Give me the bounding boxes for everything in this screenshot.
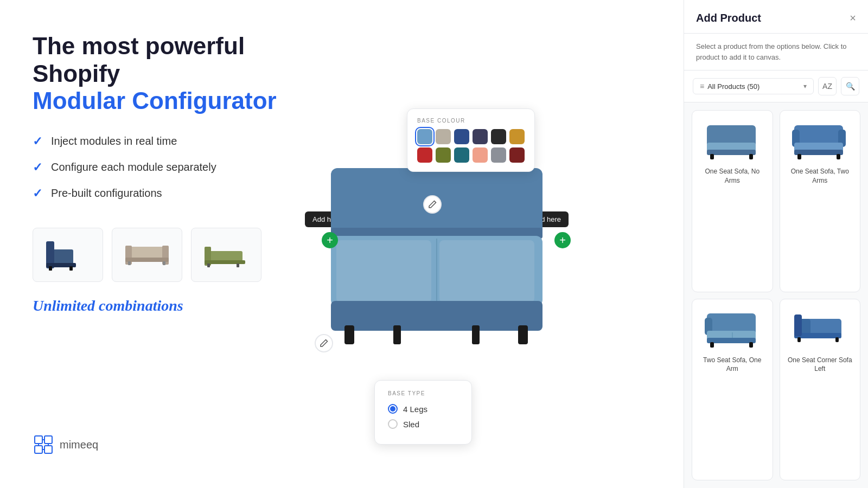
colour-swatch-2[interactable] (436, 129, 451, 144)
svg-rect-34 (518, 325, 528, 344)
colour-popup: BASE COLOUR (407, 108, 535, 172)
products-grid: One Seat Sofa, No Arms One Seat Sofa, Tw… (684, 102, 868, 488)
check-icon-3: ✓ (33, 187, 42, 201)
thumbnail-2[interactable] (112, 228, 182, 282)
base-type-sled-label: Sled (403, 420, 419, 429)
product-name-3: Two Seat Sofa, One Arm (698, 356, 767, 374)
product-sofa-4-img (790, 308, 850, 349)
unlimited-combinations-text: Unlimited combinations (33, 297, 293, 314)
logo: mimeeq (33, 434, 98, 455)
check-icon-1: ✓ (33, 134, 42, 149)
svg-rect-38 (710, 154, 714, 159)
svg-rect-59 (794, 314, 802, 336)
svg-rect-8 (125, 258, 169, 262)
product-card-4[interactable]: One Seat Corner Sofa Left (780, 299, 861, 481)
filter-bar: ≡ All Products (50) ▾ AZ 🔍 (684, 70, 868, 102)
product-card-1[interactable]: One Seat Sofa, No Arms (692, 110, 773, 292)
product-name-2: One Seat Sofa, Two Arms (786, 167, 855, 185)
pencil-icon-2 (320, 339, 328, 348)
colour-swatch-4[interactable] (473, 129, 488, 144)
radio-sled-dot (388, 419, 398, 429)
plus-right-button[interactable]: + (554, 232, 571, 248)
svg-rect-39 (749, 154, 753, 159)
svg-rect-52 (710, 342, 714, 348)
colour-popup-title: BASE COLOUR (417, 118, 525, 124)
colour-swatch-10[interactable] (473, 147, 488, 163)
check-icon-2: ✓ (33, 160, 42, 175)
svg-rect-4 (69, 266, 73, 271)
base-type-popup: BASE TYPE 4 Legs Sled (374, 380, 472, 445)
product-sofa-2-img (790, 120, 850, 160)
panel-subtitle: Select a product from the options below.… (684, 34, 868, 70)
sort-button[interactable]: AZ (818, 77, 837, 95)
base-type-4legs[interactable]: 4 Legs (388, 404, 458, 414)
panel-title: Add Product (696, 12, 761, 24)
radio-4legs-dot (388, 404, 398, 414)
product-sofa-3-img (703, 308, 762, 349)
svg-rect-30 (331, 301, 542, 331)
svg-rect-17 (44, 436, 52, 444)
right-panel: Add Product × Select a product from the … (684, 0, 868, 488)
features-list: ✓ Inject modules in real time ✓ Configur… (33, 134, 293, 201)
logo-text: mimeeq (60, 439, 98, 451)
product-name-4: One Seat Corner Sofa Left (786, 356, 855, 374)
svg-rect-51 (707, 338, 756, 343)
svg-rect-15 (237, 264, 239, 267)
svg-rect-31 (344, 325, 354, 344)
svg-rect-29 (439, 240, 534, 303)
svg-rect-10 (163, 261, 165, 265)
dropdown-chevron-icon: ▾ (803, 82, 807, 90)
thumbnail-3[interactable] (191, 228, 261, 282)
thumb-sofa-3 (202, 236, 251, 274)
feature-2: ✓ Configure each module separately (33, 160, 293, 175)
base-type-4legs-label: 4 Legs (403, 404, 427, 414)
svg-rect-45 (797, 154, 801, 159)
edit-colour-button[interactable] (423, 195, 442, 214)
edit-base-button[interactable] (315, 334, 333, 352)
search-button[interactable]: 🔍 (841, 77, 859, 95)
svg-rect-28 (336, 240, 431, 303)
colour-swatch-5[interactable] (491, 129, 506, 144)
thumb-sofa-1 (43, 236, 92, 274)
feature-1-text: Inject modules in real time (51, 135, 177, 147)
feature-2-text: Configure each module separately (51, 161, 216, 174)
svg-rect-44 (794, 150, 843, 155)
feature-1: ✓ Inject modules in real time (33, 134, 293, 149)
plus-left-button[interactable]: + (322, 232, 338, 248)
search-icon: 🔍 (846, 82, 855, 91)
filter-dropdown[interactable]: ≡ All Products (50) ▾ (693, 78, 814, 94)
product-img-4 (787, 307, 852, 350)
product-card-3[interactable]: Two Seat Sofa, One Arm (692, 299, 773, 481)
product-img-2 (787, 118, 852, 162)
colour-swatch-1[interactable] (417, 129, 432, 144)
feature-3: ✓ Pre-built configurations (33, 187, 293, 201)
thumbnail-1[interactable] (33, 228, 103, 282)
colour-swatch-3[interactable] (454, 129, 469, 144)
base-type-sled[interactable]: Sled (388, 419, 458, 429)
svg-rect-16 (35, 436, 42, 444)
colour-grid (417, 129, 525, 163)
colour-swatch-7[interactable] (417, 147, 432, 163)
colour-swatch-12[interactable] (509, 147, 525, 163)
feature-3-text: Pre-built configurations (51, 187, 162, 200)
colour-swatch-6[interactable] (509, 129, 525, 144)
svg-rect-18 (35, 446, 42, 453)
headline-line2: Modular Configurator (33, 87, 293, 115)
thumb-sofa-2 (123, 236, 171, 274)
svg-rect-33 (472, 325, 480, 344)
svg-rect-19 (44, 446, 52, 453)
product-img-3 (700, 307, 765, 350)
svg-rect-57 (797, 337, 801, 342)
configurator-area: BASE COLOUR Add here Add here + + (288, 0, 580, 488)
product-img-1 (700, 118, 765, 162)
filter-icon: ≡ (700, 82, 704, 91)
filter-label: All Products (50) (707, 82, 760, 91)
product-card-2[interactable]: One Seat Sofa, Two Arms (780, 110, 861, 292)
colour-swatch-11[interactable] (491, 147, 506, 163)
product-sofa-1-img (703, 120, 762, 160)
colour-swatch-8[interactable] (436, 147, 451, 163)
panel-close-button[interactable]: × (850, 12, 856, 24)
panel-header: Add Product × (684, 0, 868, 34)
svg-rect-53 (749, 342, 753, 348)
colour-swatch-9[interactable] (454, 147, 469, 163)
